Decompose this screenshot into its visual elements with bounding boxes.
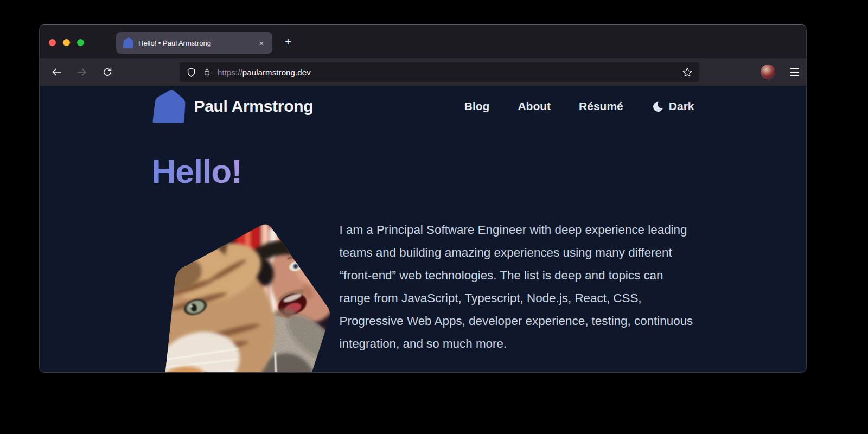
- browser-tab[interactable]: Hello! • Paul Armstrong ×: [116, 32, 272, 54]
- forward-arrow-icon: [76, 67, 87, 78]
- url-host: paularmstrong.dev: [242, 68, 311, 77]
- intro-paragraph: I am a Principal Software Engineer with …: [340, 219, 694, 373]
- site-title: Paul Armstrong: [194, 97, 314, 116]
- new-tab-button[interactable]: +: [280, 34, 296, 49]
- page-title: Hello!: [152, 155, 242, 188]
- house-logo-icon: [152, 90, 186, 123]
- bookmark-star-icon[interactable]: [682, 67, 693, 78]
- page-viewport: Paul Armstrong Blog About Résumé Dark He…: [40, 86, 806, 373]
- browser-window: Hello! • Paul Armstrong × +: [39, 24, 807, 373]
- minimize-window-button[interactable]: [63, 39, 70, 46]
- portrait-house-illustration: [156, 223, 333, 373]
- lock-icon[interactable]: [202, 67, 212, 78]
- forward-button[interactable]: [73, 63, 91, 81]
- url-text: https://paularmstrong.dev: [218, 68, 311, 77]
- tracking-protection-shield-icon[interactable]: [186, 67, 196, 78]
- tab-close-icon[interactable]: ×: [255, 36, 268, 49]
- moon-icon: [652, 100, 664, 113]
- close-window-button[interactable]: [49, 39, 56, 46]
- site-favicon-house-icon: [123, 37, 133, 48]
- back-arrow-icon: [51, 67, 62, 78]
- portrait-image: [152, 219, 333, 373]
- url-bar[interactable]: https://paularmstrong.dev: [180, 62, 699, 82]
- theme-toggle-label: Dark: [669, 100, 694, 113]
- site-header: Paul Armstrong Blog About Résumé Dark: [152, 90, 694, 123]
- home-logo-link[interactable]: Paul Armstrong: [152, 90, 314, 123]
- url-scheme: https://: [218, 68, 242, 77]
- reload-icon: [102, 67, 113, 78]
- theme-toggle-button[interactable]: Dark: [652, 100, 694, 113]
- reload-button[interactable]: [99, 63, 116, 81]
- nav-link-resume[interactable]: Résumé: [579, 100, 623, 113]
- tab-strip: Hello! • Paul Armstrong × +: [40, 25, 806, 58]
- nav-link-about[interactable]: About: [518, 100, 551, 113]
- tab-title: Hello! • Paul Armstrong: [138, 39, 255, 47]
- site-nav: Blog About Résumé Dark: [464, 100, 694, 113]
- intro-section: I am a Principal Software Engineer with …: [152, 219, 694, 373]
- account-avatar[interactable]: [761, 65, 775, 79]
- navigation-toolbar: https://paularmstrong.dev: [40, 58, 806, 86]
- window-controls: [49, 39, 84, 46]
- back-button[interactable]: [48, 63, 65, 81]
- nav-link-blog[interactable]: Blog: [464, 100, 490, 113]
- menu-hamburger-icon[interactable]: [790, 68, 799, 76]
- zoom-window-button[interactable]: [77, 39, 84, 46]
